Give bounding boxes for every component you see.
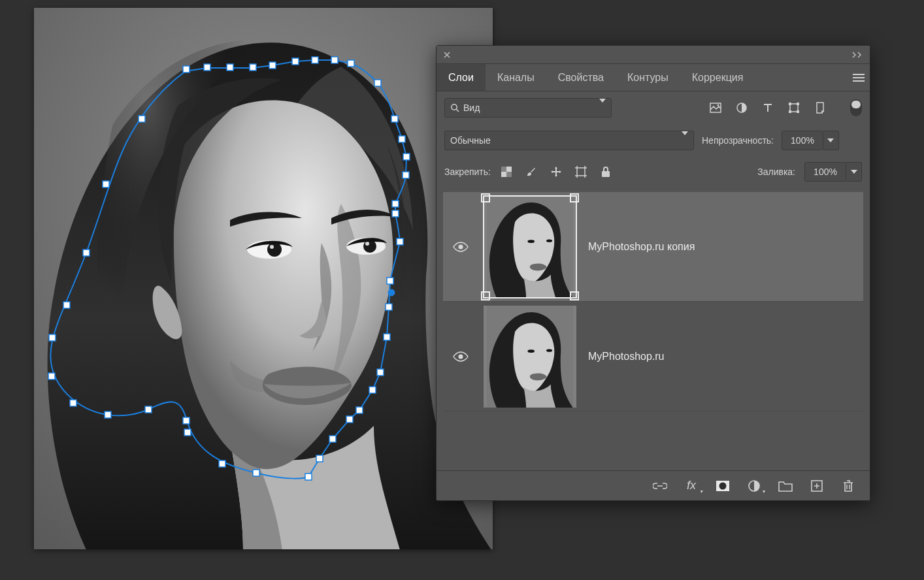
document-canvas[interactable] <box>34 8 493 549</box>
new-layer-icon[interactable] <box>810 479 824 493</box>
svg-rect-16 <box>348 60 354 67</box>
layers-panel: Слои Каналы Свойства Контуры Коррекция В… <box>437 46 870 500</box>
svg-rect-14 <box>312 57 318 63</box>
svg-rect-54 <box>789 103 791 105</box>
new-group-icon[interactable] <box>778 479 793 493</box>
svg-rect-8 <box>183 66 190 72</box>
svg-rect-27 <box>386 304 392 310</box>
svg-rect-31 <box>356 407 363 413</box>
svg-rect-21 <box>403 172 409 178</box>
layer-name[interactable]: MyPhotoshop.ru копия <box>588 241 695 253</box>
svg-rect-46 <box>83 250 90 256</box>
tab-properties[interactable]: Свойства <box>546 64 616 91</box>
layer-mask-icon[interactable] <box>716 479 730 493</box>
svg-rect-22 <box>392 201 399 207</box>
filter-pixel-icon[interactable] <box>709 101 722 114</box>
svg-rect-25 <box>387 278 393 284</box>
search-icon <box>450 103 459 112</box>
lock-move-icon[interactable] <box>550 165 563 178</box>
svg-rect-55 <box>797 103 799 105</box>
svg-rect-45 <box>63 302 70 308</box>
layer-row[interactable]: MyPhotoshop.ru <box>443 302 863 411</box>
layers-footer: fx▾ ▾ <box>437 470 870 500</box>
lock-row: Закрепить: Заливка: 100% <box>437 157 870 187</box>
filter-toggle[interactable] <box>850 99 862 116</box>
layer-row[interactable]: MyPhotoshop.ru копия <box>443 192 863 302</box>
filter-shape-icon[interactable] <box>787 101 800 114</box>
svg-rect-24 <box>397 238 403 245</box>
visibility-icon[interactable] <box>450 242 472 252</box>
svg-rect-38 <box>184 429 191 436</box>
tab-layers[interactable]: Слои <box>437 64 486 91</box>
panel-tabs: Слои Каналы Свойства Контуры Коррекция <box>437 64 870 91</box>
visibility-icon[interactable] <box>450 351 472 362</box>
svg-rect-48 <box>139 116 145 122</box>
svg-rect-37 <box>219 460 225 467</box>
delete-layer-icon[interactable] <box>841 479 855 493</box>
svg-rect-29 <box>377 369 384 376</box>
lock-transparency-icon[interactable] <box>500 165 513 178</box>
svg-rect-56 <box>789 110 791 113</box>
tab-paths[interactable]: Контуры <box>616 64 680 91</box>
lock-artboard-icon[interactable] <box>574 165 587 178</box>
filter-icons <box>709 99 862 116</box>
svg-rect-60 <box>506 172 512 177</box>
svg-rect-43 <box>48 373 55 379</box>
layer-kind-label: Вид <box>463 103 480 113</box>
svg-rect-23 <box>392 210 399 217</box>
layer-fx-icon[interactable]: fx▾ <box>684 479 699 493</box>
svg-point-26 <box>388 289 395 296</box>
layer-thumbnail[interactable] <box>484 306 576 408</box>
svg-rect-57 <box>797 110 799 113</box>
filter-adjust-icon[interactable] <box>735 101 748 114</box>
svg-rect-39 <box>183 417 190 424</box>
chevron-down-icon <box>599 103 606 113</box>
tab-adjustments[interactable]: Коррекция <box>680 64 755 91</box>
layer-kind-select[interactable]: Вид <box>444 98 612 118</box>
svg-rect-20 <box>403 153 410 160</box>
svg-point-64 <box>459 354 463 359</box>
close-panel-icon[interactable] <box>442 50 452 60</box>
svg-rect-10 <box>227 64 233 71</box>
svg-rect-15 <box>331 57 338 63</box>
svg-rect-59 <box>501 167 506 172</box>
opacity-stepper[interactable] <box>823 131 839 150</box>
svg-rect-13 <box>292 58 299 65</box>
lock-paint-icon[interactable] <box>525 165 538 178</box>
layer-filter-row: Вид <box>437 91 870 124</box>
svg-point-66 <box>719 482 727 489</box>
svg-point-63 <box>459 244 463 249</box>
layer-name[interactable]: MyPhotoshop.ru <box>588 351 665 362</box>
collapse-panel-icon[interactable] <box>848 52 865 58</box>
chevron-down-icon <box>682 135 688 146</box>
layer-list: MyPhotoshop.ru копия MyPhotoshop.ru <box>437 187 870 417</box>
link-layers-icon[interactable] <box>653 479 667 493</box>
tab-channels[interactable]: Каналы <box>486 64 546 91</box>
svg-rect-35 <box>305 474 312 480</box>
lock-all-icon[interactable] <box>599 165 612 178</box>
svg-rect-36 <box>253 470 259 476</box>
panel-menu-icon[interactable] <box>848 64 870 91</box>
lock-label: Закрепить: <box>444 167 491 177</box>
filter-smart-icon[interactable] <box>814 101 827 114</box>
svg-rect-17 <box>374 80 381 86</box>
opacity-input[interactable]: 100% <box>782 131 823 150</box>
blend-mode-select[interactable]: Обычные <box>444 131 694 150</box>
layer-thumbnail[interactable] <box>484 196 576 298</box>
svg-rect-34 <box>316 455 323 462</box>
svg-rect-47 <box>103 181 109 187</box>
fill-input[interactable]: 100% <box>804 162 846 182</box>
svg-rect-28 <box>384 334 390 340</box>
panel-titlebar <box>437 46 870 64</box>
adjustment-layer-icon[interactable]: ▾ <box>747 479 761 493</box>
blend-mode-value: Обычные <box>450 135 491 146</box>
svg-rect-33 <box>329 436 336 442</box>
svg-rect-12 <box>269 62 276 69</box>
fill-stepper[interactable] <box>846 162 862 182</box>
canvas-svg <box>34 8 493 549</box>
filter-type-icon[interactable] <box>761 101 774 114</box>
opacity-label: Непрозрачность: <box>702 135 774 146</box>
fill-label: Заливка: <box>757 167 795 177</box>
svg-rect-40 <box>145 406 152 413</box>
svg-rect-18 <box>391 116 398 122</box>
